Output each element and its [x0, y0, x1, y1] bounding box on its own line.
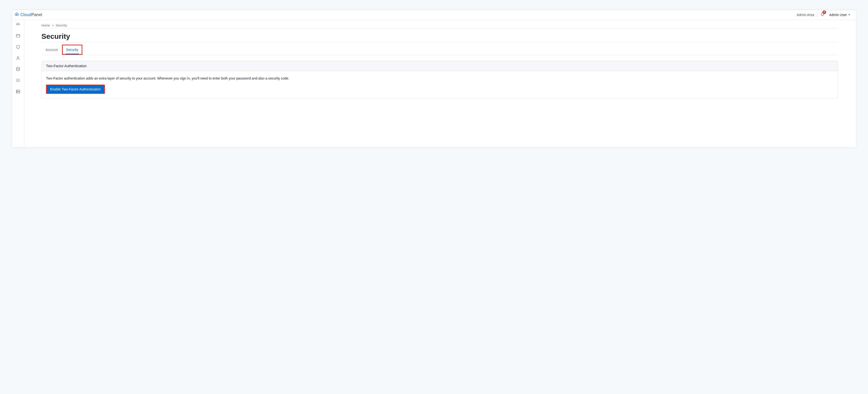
user-icon [16, 56, 20, 61]
database-icon [16, 67, 20, 72]
chevron-right-icon [52, 24, 54, 27]
server-icon [16, 89, 20, 94]
tabs: Account Security [41, 45, 838, 55]
sidebar-item-users[interactable] [16, 56, 20, 61]
gauge-icon [16, 22, 20, 28]
two-factor-card: Two-Factor Authentication Two-Factor aut… [41, 61, 838, 99]
tab-security[interactable]: Security [62, 45, 83, 55]
card-body: Two-Factor authentication adds an extra … [42, 71, 838, 99]
card-description: Two-Factor authentication adds an extra … [46, 76, 833, 80]
admin-area-label: Admin Area [797, 13, 814, 17]
sidebar-item-sites[interactable] [16, 34, 20, 38]
brand-logo[interactable]: CloudPanel [14, 12, 42, 18]
card-header: Two-Factor Authentication [42, 61, 838, 71]
notifications-badge: 0 [823, 10, 826, 14]
shield-icon [16, 45, 20, 50]
brand-text-cloud: Cloud [20, 12, 31, 17]
user-menu-label: Admin User [829, 13, 847, 17]
page-title: Security [41, 32, 838, 40]
list-check-icon [16, 78, 20, 83]
header-bar: CloudPanel Admin Area 0 Admin User [12, 10, 856, 20]
sidebar-item-cron[interactable] [16, 78, 20, 83]
breadcrumb-current: Security [56, 24, 67, 27]
admin-area-link[interactable]: Admin Area [794, 12, 816, 18]
window-icon [16, 33, 20, 39]
notifications-button[interactable]: 0 [818, 12, 827, 18]
sidebar [12, 20, 24, 147]
svg-point-2 [17, 67, 20, 68]
caret-down-icon [848, 13, 850, 17]
app-window: CloudPanel Admin Area 0 Admin User [11, 10, 857, 147]
brand-text-panel: Panel [31, 12, 42, 17]
app-body: Home Security Security Account Security … [12, 20, 856, 147]
sidebar-item-dashboard[interactable] [16, 23, 20, 27]
sidebar-item-security[interactable] [16, 45, 20, 50]
divider [41, 43, 838, 43]
sidebar-item-servers[interactable] [16, 89, 20, 94]
main-content: Home Security Security Account Security … [24, 20, 856, 147]
user-menu[interactable]: Admin User [827, 12, 853, 18]
svg-point-1 [17, 56, 19, 58]
enable-2fa-button[interactable]: Enable Two-Factor Authentication [46, 85, 105, 94]
breadcrumb: Home Security [41, 24, 838, 27]
cloud-icon [14, 12, 19, 18]
header-right: Admin Area 0 Admin User [794, 12, 853, 18]
divider [41, 29, 838, 29]
svg-rect-0 [16, 34, 20, 37]
breadcrumb-home[interactable]: Home [41, 24, 50, 27]
tab-account[interactable]: Account [41, 45, 62, 55]
header-separator [817, 12, 817, 17]
sidebar-item-databases[interactable] [16, 67, 20, 72]
